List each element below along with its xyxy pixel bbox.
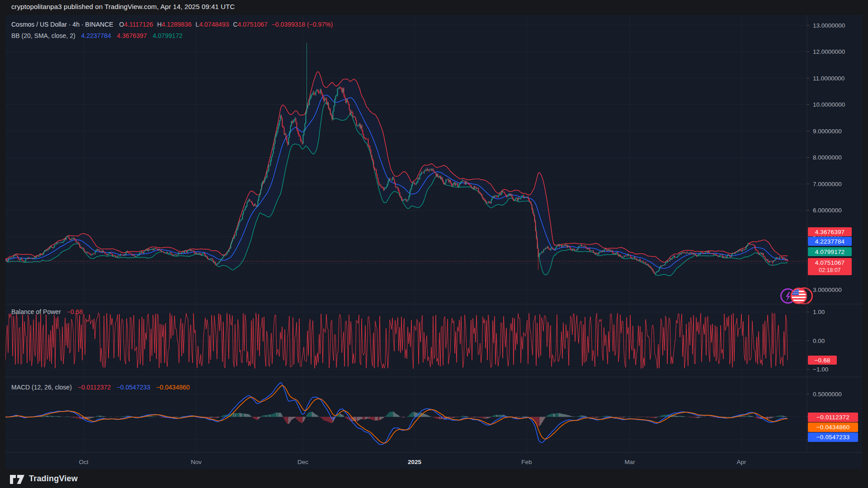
- ohlc-close-label: C: [233, 21, 237, 28]
- bb-upper-value: 4.3676397: [117, 32, 147, 39]
- tradingview-snapshot-page: cryptopolitanpa3 published on TradingVie…: [0, 0, 868, 488]
- svg-text:13.0000000: 13.0000000: [813, 22, 845, 29]
- ohlc-close-value: 4.0751067: [238, 21, 268, 28]
- last-price-value: 4.0751067: [815, 259, 845, 267]
- bop-label: Balance of Power: [11, 308, 61, 315]
- svg-text:3.0000000: 3.0000000: [813, 286, 842, 293]
- axis-labels: 13.000000012.000000011.000000010.0000000…: [79, 22, 845, 466]
- svg-text:8.0000000: 8.0000000: [813, 154, 842, 161]
- svg-text:11.0000000: 11.0000000: [813, 75, 844, 82]
- svg-text:0.00: 0.00: [813, 338, 825, 344]
- macd-label: MACD (12, 26, close): [11, 384, 72, 391]
- change-value: −0.0399318 (−0.97%): [272, 21, 333, 28]
- bop-legend-row[interactable]: Balance of Power −0.68: [11, 308, 83, 315]
- macd-signal-value: −0.0434860: [156, 384, 189, 391]
- svg-text:Nov: Nov: [191, 459, 202, 465]
- svg-text:12.0000000: 12.0000000: [813, 48, 845, 55]
- svg-text:Oct: Oct: [79, 459, 88, 465]
- svg-text:Feb: Feb: [521, 459, 532, 465]
- symbol-legend-row[interactable]: Cosmos / US Dollar · 4h · BINANCE O4.111…: [11, 21, 333, 28]
- ohlc-high-value: 4.1289836: [162, 21, 192, 28]
- chart-container: 13.000000012.000000011.000000010.0000000…: [5, 15, 862, 469]
- macd-pane-group: [5, 383, 788, 445]
- tradingview-logo-text: TradingView: [29, 474, 78, 483]
- price-badge-bb-lower: 4.0799172: [808, 247, 852, 256]
- svg-text:Apr: Apr: [736, 459, 746, 465]
- price-badge-last-price: 4.0751067 02:18:07: [808, 258, 852, 275]
- tradingview-logo-icon: [9, 473, 25, 484]
- macd-hist-value: −0.0112372: [78, 384, 111, 391]
- macd-line-badge: −0.0547233: [808, 432, 858, 442]
- svg-text:9.0000000: 9.0000000: [813, 128, 842, 135]
- bb-basis-value: 4.2237784: [81, 32, 111, 39]
- svg-text:0.5000000: 0.5000000: [813, 391, 842, 398]
- ohlc-low-value: 4.0748493: [199, 21, 229, 28]
- svg-text:Dec: Dec: [297, 459, 308, 465]
- bop-badge: −0.68: [808, 356, 837, 365]
- svg-text:Mar: Mar: [624, 459, 635, 465]
- macd-hist-badge: −0.0112372: [808, 413, 858, 422]
- chart-canvas[interactable]: 13.000000012.000000011.000000010.0000000…: [5, 15, 862, 469]
- svg-text:10.0000000: 10.0000000: [813, 101, 845, 108]
- macd-legend-row[interactable]: MACD (12, 26, close) −0.0112372 −0.05472…: [11, 384, 190, 391]
- attribution-text: cryptopolitanpa3 published on TradingVie…: [11, 3, 235, 10]
- bop-value: −0.68: [67, 308, 83, 315]
- svg-text:2025: 2025: [408, 459, 422, 465]
- svg-text:1.00: 1.00: [813, 309, 825, 315]
- bar-countdown: 02:18:07: [819, 267, 840, 274]
- footer-bar: TradingView: [0, 469, 868, 488]
- ohlc-high-label: H: [157, 21, 161, 28]
- svg-text:6.0000000: 6.0000000: [813, 207, 842, 214]
- ohlc-open-value: 4.1117126: [124, 21, 153, 28]
- svg-text:7.0000000: 7.0000000: [813, 181, 842, 188]
- svg-text:−1.00: −1.00: [813, 366, 828, 373]
- tradingview-logo[interactable]: TradingView: [9, 473, 78, 484]
- macd-line-value: −0.0547233: [117, 384, 150, 391]
- bb-legend-row[interactable]: BB (20, SMA, close, 2) 4.2237784 4.36763…: [11, 32, 183, 39]
- bb-label: BB (20, SMA, close, 2): [11, 32, 75, 39]
- price-badge-bb-upper: 4.3676397: [808, 227, 852, 236]
- instrument-logos: [781, 288, 812, 304]
- price-badge-bb-basis: 4.2237784: [808, 237, 852, 246]
- bb-lower-value: 4.0799172: [153, 32, 183, 39]
- ohlc-open-label: O: [119, 21, 124, 28]
- macd-signal-badge: −0.0434860: [808, 422, 858, 432]
- symbol-title: Cosmos / US Dollar · 4h · BINANCE: [11, 21, 113, 28]
